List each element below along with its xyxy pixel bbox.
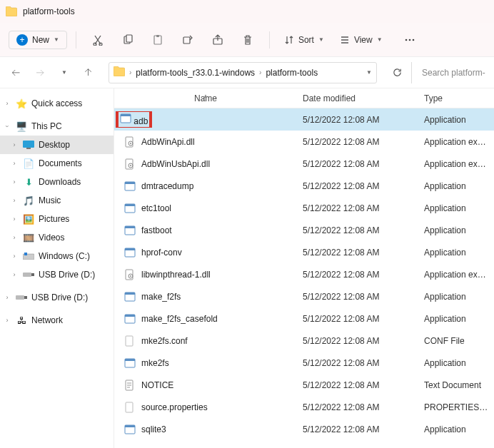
chevron-right-icon[interactable]: › <box>10 197 19 204</box>
svg-rect-16 <box>23 273 31 277</box>
breadcrumb-item[interactable]: platform-tools_r33.0.1-windows <box>136 68 255 78</box>
chevron-right-icon[interactable]: › <box>129 68 131 76</box>
tree-videos[interactable]: ›🎞️Videos <box>0 228 114 247</box>
tree-quick-access[interactable]: › ⭐ Quick access <box>0 94 114 113</box>
tree-this-pc[interactable]: › 🖥️ This PC <box>0 117 114 136</box>
chevron-right-icon[interactable]: › <box>3 100 11 107</box>
cut-button[interactable] <box>85 27 111 53</box>
chevron-down-icon[interactable]: › <box>4 122 11 131</box>
file-row[interactable]: mke2fs5/12/2022 12:08 AMApplication <box>114 352 494 374</box>
file-name: NOTICE <box>141 380 173 390</box>
file-row[interactable]: mke2fs.conf5/12/2022 12:08 AMCONF File <box>114 330 494 352</box>
chevron-right-icon[interactable]: › <box>10 253 19 260</box>
cell-date: 5/12/2022 12:08 AM <box>297 380 418 390</box>
rename-button[interactable] <box>175 27 201 53</box>
forward-button[interactable]: 🡢 <box>30 63 50 83</box>
view-button[interactable]: View ▼ <box>334 32 388 48</box>
search-input[interactable]: Search platform- <box>411 62 488 83</box>
file-row[interactable]: sqlite35/12/2022 12:08 AMApplication <box>114 418 494 440</box>
file-row[interactable]: NOTICE5/12/2022 12:08 AMText Document <box>114 374 494 396</box>
chevron-down-icon[interactable]: ▼ <box>366 69 372 76</box>
svg-rect-18 <box>16 295 24 300</box>
tree-documents[interactable]: ›📄Documents <box>0 154 114 173</box>
new-button[interactable]: + New ▼ <box>9 31 67 49</box>
col-date[interactable]: Date modified <box>297 93 418 103</box>
sort-button[interactable]: Sort ▼ <box>278 32 330 48</box>
tree-usb-d[interactable]: ›USB Drive (D:) <box>0 265 114 284</box>
paste-button[interactable] <box>145 27 171 53</box>
back-button[interactable]: 🡠 <box>6 63 26 83</box>
tree-label: Windows (C:) <box>39 251 90 261</box>
cell-name: source.properties <box>114 402 297 413</box>
file-icon <box>124 424 136 435</box>
chevron-right-icon[interactable]: › <box>10 141 19 148</box>
col-name[interactable]: ▲ Name <box>114 93 297 103</box>
tree-windows-c[interactable]: ›Windows (C:) <box>0 247 114 265</box>
file-row[interactable]: adb5/12/2022 12:08 AMApplication <box>114 108 494 131</box>
breadcrumb-item[interactable]: platform-tools <box>266 68 318 78</box>
usb-icon <box>23 269 34 280</box>
chevron-right-icon[interactable]: › <box>3 317 11 324</box>
file-row[interactable]: make_f2fs_casefold5/12/2022 12:08 AMAppl… <box>114 307 494 330</box>
file-name: etc1tool <box>141 203 171 213</box>
file-name: fastboot <box>141 225 172 235</box>
chevron-down-icon: ▼ <box>377 36 383 43</box>
file-name: make_f2fs_casefold <box>141 314 218 324</box>
file-icon <box>124 402 136 413</box>
file-icon <box>124 225 136 236</box>
up-button[interactable]: 🡡 <box>79 63 99 83</box>
svg-rect-47 <box>126 402 133 412</box>
file-row[interactable]: make_f2fs5/12/2022 12:08 AMApplication <box>114 285 494 307</box>
chevron-right-icon[interactable]: › <box>10 271 19 278</box>
file-row[interactable]: hprof-conv5/12/2022 12:08 AMApplication <box>114 241 494 263</box>
view-label: View <box>354 35 373 45</box>
recent-dropdown[interactable]: ▼ <box>54 63 74 83</box>
col-type[interactable]: Type <box>418 93 494 103</box>
chevron-right-icon[interactable]: › <box>10 160 19 167</box>
chevron-right-icon[interactable]: › <box>3 294 11 301</box>
chevron-right-icon[interactable]: › <box>259 68 261 76</box>
svg-rect-12 <box>23 141 34 148</box>
tree-usb-d-root[interactable]: ›USB Drive (D:) <box>0 288 114 307</box>
cell-name: adb <box>114 111 297 128</box>
svg-rect-35 <box>125 248 135 250</box>
titlebar: platform-tools <box>0 0 494 23</box>
file-row[interactable]: AdbWinUsbApi.dll5/12/2022 12:08 AMApplic… <box>114 153 494 175</box>
file-row[interactable]: etc1tool5/12/2022 12:08 AMApplication <box>114 197 494 219</box>
tree-music[interactable]: ›🎵Music <box>0 191 114 210</box>
tree-network[interactable]: ›🖧Network <box>0 311 114 330</box>
cell-date: 5/12/2022 12:08 AM <box>297 402 418 412</box>
cell-type: PROPERTIES File <box>418 402 494 412</box>
chevron-right-icon[interactable]: › <box>10 234 19 241</box>
file-row[interactable]: source.properties5/12/2022 12:08 AMPROPE… <box>114 396 494 418</box>
tree-pictures[interactable]: ›🖼️Pictures <box>0 210 114 228</box>
chevron-right-icon[interactable]: › <box>10 178 19 185</box>
file-row[interactable]: libwinpthread-1.dll5/12/2022 12:08 AMApp… <box>114 263 494 285</box>
file-list: ▲ Name Date modified Type adb5/12/2022 1… <box>114 88 494 448</box>
cell-type: Application exten... <box>418 159 494 169</box>
cell-name: AdbWinUsbApi.dll <box>114 158 297 170</box>
refresh-button[interactable] <box>387 63 407 83</box>
copy-button[interactable] <box>115 27 141 53</box>
more-button[interactable] <box>397 27 423 53</box>
file-name: AdbWinApi.dll <box>141 137 195 147</box>
tree-desktop[interactable]: ›Desktop <box>0 136 114 154</box>
window-title: platform-tools <box>23 6 75 16</box>
file-icon <box>124 180 136 192</box>
cell-date: 5/12/2022 12:08 AM <box>297 314 418 324</box>
tree-downloads[interactable]: ›⬇Downloads <box>0 173 114 191</box>
file-row[interactable]: dmtracedump5/12/2022 12:08 AMApplication <box>114 175 494 197</box>
tree-label: Videos <box>39 233 64 243</box>
chevron-right-icon[interactable]: › <box>10 215 19 223</box>
tree-this-pc-children: ›Desktop ›📄Documents ›⬇Downloads ›🎵Music… <box>0 136 114 284</box>
cell-date: 5/12/2022 12:08 AM <box>297 137 418 147</box>
file-name: libwinpthread-1.dll <box>141 270 211 280</box>
file-row[interactable]: fastboot5/12/2022 12:08 AMApplication <box>114 219 494 241</box>
delete-button[interactable] <box>235 27 261 53</box>
plus-icon: + <box>16 34 28 46</box>
file-icon <box>124 313 136 325</box>
file-row[interactable]: AdbWinApi.dll5/12/2022 12:08 AMApplicati… <box>114 131 494 153</box>
cell-date: 5/12/2022 12:08 AM <box>297 336 418 346</box>
address-bar[interactable]: › platform-tools_r33.0.1-windows › platf… <box>109 62 377 83</box>
share-button[interactable] <box>205 27 231 53</box>
